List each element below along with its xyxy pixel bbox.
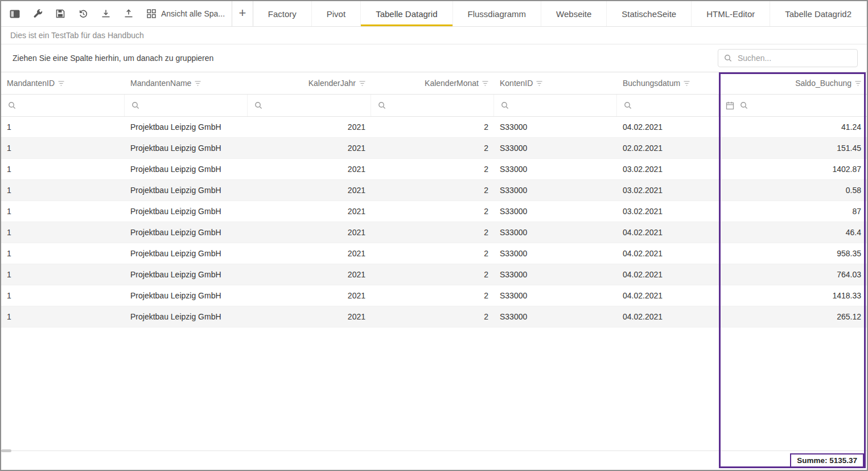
cell-mandantenid: 1 [1,159,125,179]
cell-kalendermonat: 2 [371,117,494,137]
search-icon [8,101,16,109]
cell-mandantenname: Projektbau Leipzig GmbH [125,138,248,158]
cell-kontenid: S33000 [494,243,617,264]
calendar-icon [726,101,734,110]
column-label: MandantenID [7,79,55,88]
table-row[interactable]: 1Projektbau Leipzig GmbH20212S3300003.02… [1,159,867,180]
cell-mandantenid: 1 [1,180,125,200]
grid-columns-icon [147,9,156,18]
grid-search[interactable] [718,49,858,67]
tab-factory[interactable]: Factory [253,1,312,26]
column-header-kalenderjahr[interactable]: KalenderJahr [248,72,371,94]
tab-bar: FactoryPivotTabelle DatagridFlussdiagram… [253,1,867,26]
filter-cell-kalendermonat[interactable] [371,95,494,116]
cell-kalendermonat: 2 [371,285,494,306]
toolbar: Ansicht alle Spa... + FactoryPivotTabell… [1,1,867,27]
cell-kontenid: S33000 [494,285,617,306]
tab-tabelle-datagrid[interactable]: Tabelle Datagrid [361,1,452,26]
cell-kontenid: S33000 [494,201,617,222]
filter-cell-buchungsdatum[interactable] [617,95,719,116]
column-header-mandantenname[interactable]: MandantenName [125,72,248,94]
cell-mandantenname: Projektbau Leipzig GmbH [125,180,248,200]
horizontal-scrollbar[interactable] [1,449,11,452]
table-row[interactable]: 1Projektbau Leipzig GmbH20212S3300004.02… [1,306,867,327]
table-row[interactable]: 1Projektbau Leipzig GmbH20212S3300004.02… [1,117,867,138]
filter-icon [536,81,542,86]
table-row[interactable]: 1Projektbau Leipzig GmbH20212S3300004.02… [1,285,867,306]
cell-buchungsdatum: 03.02.2021 [617,180,719,200]
upload-icon [124,9,133,18]
tab-flussdiagramm[interactable]: Flussdiagramm [453,1,542,26]
download-icon [101,9,110,18]
filter-cell-saldo-buchung[interactable] [719,95,867,116]
column-label: Buchungsdatum [623,79,680,88]
cell-kontenid: S33000 [494,306,617,327]
column-label: KalenderMonat [425,79,479,88]
tab-pivot[interactable]: Pivot [312,1,361,26]
filter-icon [195,81,201,86]
column-label: KalenderJahr [308,79,356,88]
cell-buchungsdatum: 04.02.2021 [617,222,719,243]
search-icon [724,54,732,62]
column-label: MandantenName [130,79,191,88]
toolbar-icons [3,1,140,26]
filter-icon [58,81,64,86]
grid-header-row: MandantenIDMandantenNameKalenderJahrKale… [1,72,867,95]
search-input[interactable] [737,53,851,63]
table-row[interactable]: 1Projektbau Leipzig GmbH20212S3300003.02… [1,201,867,222]
table-row[interactable]: 1Projektbau Leipzig GmbH20212S3300004.02… [1,222,867,243]
cell-mandantenid: 1 [1,222,125,243]
tab-webseite[interactable]: Webseite [541,1,607,26]
upload-button[interactable] [117,1,140,26]
filter-cell-mandantenid[interactable] [1,95,125,116]
cell-kalendermonat: 2 [371,138,494,158]
filter-cell-mandantenname[interactable] [125,95,248,116]
filter-icon [359,81,365,86]
add-tab-button[interactable]: + [232,1,253,26]
table-row[interactable]: 1Projektbau Leipzig GmbH20212S3300004.02… [1,243,867,264]
column-header-mandantenid[interactable]: MandantenID [1,72,125,94]
filter-cell-kontenid[interactable] [494,95,617,116]
tab-tabelle-datagrid2[interactable]: Tabelle Datagrid2 [770,1,867,26]
tab-html-editor[interactable]: HTML-Editor [692,1,770,26]
cell-mandantenid: 1 [1,201,125,222]
search-icon [254,101,262,109]
cell-kalenderjahr: 2021 [248,285,371,306]
cell-saldo-buchung: 46.4 [719,222,867,243]
column-header-kalendermonat[interactable]: KalenderMonat [371,72,494,94]
group-panel: Ziehen Sie eine Spalte hierhin, um danac… [1,44,867,72]
tab-description: Dies ist ein TestTab für das Handbuch [1,27,867,44]
cell-kontenid: S33000 [494,264,617,285]
column-header-saldo-buchung[interactable]: Saldo_Buchung [719,72,867,94]
tab-statischeseite[interactable]: StatischeSeite [607,1,692,26]
cell-saldo-buchung: 1418.33 [719,285,867,306]
view-all-columns-button[interactable]: Ansicht alle Spa... [140,1,232,26]
cell-kalenderjahr: 2021 [248,180,371,200]
cell-kalendermonat: 2 [371,201,494,222]
cell-mandantenid: 1 [1,243,125,264]
filter-cell-kalenderjahr[interactable] [248,95,371,116]
cell-kalenderjahr: 2021 [248,201,371,222]
search-icon [131,101,139,109]
column-header-kontenid[interactable]: KontenID [494,72,617,94]
cell-kalenderjahr: 2021 [248,159,371,179]
download-button[interactable] [94,1,117,26]
table-row[interactable]: 1Projektbau Leipzig GmbH20212S3300004.02… [1,264,867,285]
cell-buchungsdatum: 03.02.2021 [617,159,719,179]
panel-toggle-button[interactable] [3,1,26,26]
save-button[interactable] [49,1,72,26]
table-row[interactable]: 1Projektbau Leipzig GmbH20212S3300003.02… [1,180,867,201]
group-hint: Ziehen Sie eine Spalte hierhin, um danac… [13,54,213,63]
cell-saldo-buchung: 764.03 [719,264,867,285]
cell-kalenderjahr: 2021 [248,306,371,327]
cell-kalenderjahr: 2021 [248,138,371,158]
column-header-buchungsdatum[interactable]: Buchungsdatum [617,72,719,94]
cell-buchungsdatum: 02.02.2021 [617,138,719,158]
table-row[interactable]: 1Projektbau Leipzig GmbH20212S3300002.02… [1,138,867,159]
wrench-button[interactable] [26,1,49,26]
cell-buchungsdatum: 04.02.2021 [617,285,719,306]
cell-buchungsdatum: 04.02.2021 [617,243,719,264]
cell-saldo-buchung: 1402.87 [719,159,867,179]
history-button[interactable] [72,1,94,26]
cell-saldo-buchung: 151.45 [719,138,867,158]
